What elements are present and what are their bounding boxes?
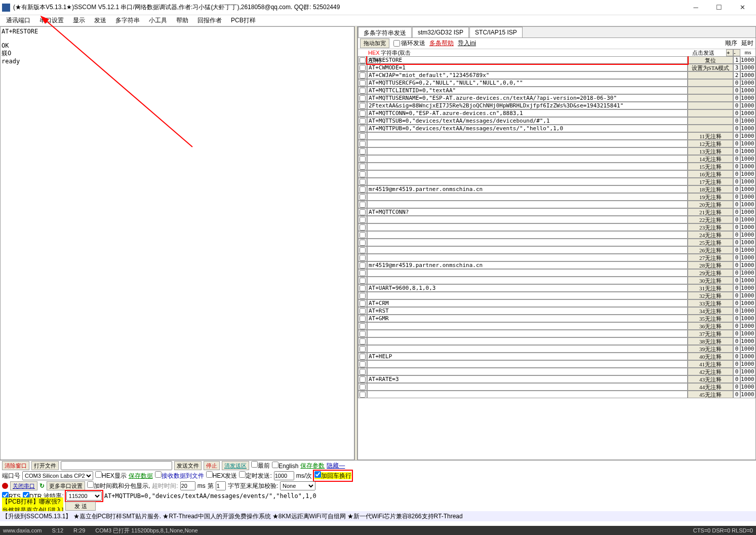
row-command-cell[interactable] bbox=[367, 239, 688, 246]
row-hex-checkbox[interactable] bbox=[360, 293, 366, 299]
row-command-cell[interactable]: mr4519@mr4519.partner.onmschina.cn bbox=[367, 185, 688, 193]
row-ms-cell[interactable]: 1000 bbox=[740, 322, 755, 330]
row-hex-checkbox[interactable] bbox=[360, 57, 366, 63]
port-select[interactable]: COM3 Silicon Labs CP210x U bbox=[22, 471, 93, 480]
row-send-button[interactable]: 复位 bbox=[688, 56, 733, 64]
menu-multistring[interactable]: 多字符串 bbox=[111, 15, 144, 26]
row-order-cell[interactable]: 0 bbox=[733, 269, 740, 277]
row-ms-cell[interactable]: 1000 bbox=[740, 201, 755, 208]
row-hex-checkbox[interactable] bbox=[360, 194, 366, 200]
row-command-cell[interactable]: AT+UART=9600,8,1,0,3 bbox=[367, 284, 688, 292]
row-order-cell[interactable]: 0 bbox=[733, 79, 740, 87]
row-hex-checkbox[interactable] bbox=[360, 300, 366, 307]
row-order-cell[interactable]: 0 bbox=[733, 299, 740, 307]
row-hex-checkbox[interactable] bbox=[360, 171, 366, 177]
menu-send[interactable]: 发送 bbox=[90, 15, 110, 26]
row-command-cell[interactable] bbox=[367, 391, 688, 398]
row-order-cell[interactable]: 0 bbox=[733, 284, 740, 292]
row-send-button[interactable]: 29无注释 bbox=[688, 269, 733, 277]
row-hex-checkbox[interactable] bbox=[360, 369, 366, 375]
row-command-cell[interactable] bbox=[367, 231, 688, 239]
row-ms-cell[interactable]: 1000 bbox=[740, 345, 755, 353]
row-ms-cell[interactable]: 1000 bbox=[740, 368, 755, 375]
row-ms-cell[interactable]: 1000 bbox=[740, 223, 755, 231]
row-ms-cell[interactable]: 1000 bbox=[740, 277, 755, 284]
row-hex-checkbox[interactable] bbox=[360, 308, 366, 314]
row-ms-cell[interactable]: 1000 bbox=[740, 109, 755, 117]
row-hex-checkbox[interactable] bbox=[360, 209, 366, 215]
row-ms-cell[interactable]: 1000 bbox=[740, 239, 755, 246]
row-order-cell[interactable]: 0 bbox=[733, 246, 740, 254]
checksum-select[interactable]: None bbox=[280, 481, 315, 490]
row-send-button[interactable]: 28无注释 bbox=[688, 261, 733, 269]
row-hex-checkbox[interactable] bbox=[360, 103, 366, 109]
row-command-cell[interactable]: AT+MQTTCONN? bbox=[367, 208, 688, 216]
row-send-button[interactable]: 38无注释 bbox=[688, 337, 733, 345]
close-button[interactable]: ✕ bbox=[731, 1, 754, 15]
row-command-cell[interactable]: AT+CWMODE=1 bbox=[367, 64, 688, 71]
row-order-cell[interactable]: 0 bbox=[733, 231, 740, 239]
row-hex-checkbox[interactable] bbox=[360, 65, 366, 71]
row-send-button[interactable]: 20无注释 bbox=[688, 201, 733, 208]
row-order-cell[interactable]: 0 bbox=[733, 163, 740, 170]
row-ms-cell[interactable]: 1000 bbox=[740, 147, 755, 155]
row-command-cell[interactable] bbox=[367, 140, 688, 147]
save-params-link[interactable]: 保存参数 bbox=[300, 462, 325, 470]
row-hex-checkbox[interactable] bbox=[360, 141, 366, 147]
menu-pcb[interactable]: PCB打样 bbox=[227, 15, 260, 26]
row-command-cell[interactable] bbox=[367, 277, 688, 284]
row-send-button[interactable] bbox=[688, 117, 733, 125]
plus-button[interactable]: + bbox=[726, 49, 733, 56]
row-send-button[interactable]: 设置为STA模式 bbox=[688, 64, 733, 71]
row-ms-cell[interactable]: 1000 bbox=[740, 170, 755, 178]
row-command-cell[interactable] bbox=[367, 170, 688, 178]
row-order-cell[interactable]: 0 bbox=[733, 216, 740, 223]
row-send-button[interactable]: 44无注释 bbox=[688, 383, 733, 391]
row-command-cell[interactable] bbox=[367, 216, 688, 223]
row-command-cell[interactable]: AT+MQTTCLIENTID=0,"textAA" bbox=[367, 87, 688, 94]
maximize-button[interactable]: ☐ bbox=[707, 1, 731, 15]
baud-select[interactable]: 115200 bbox=[66, 491, 102, 501]
row-send-button[interactable]: 16无注释 bbox=[688, 170, 733, 178]
row-hex-checkbox[interactable] bbox=[360, 255, 366, 261]
row-hex-checkbox[interactable] bbox=[360, 376, 366, 383]
row-order-cell[interactable]: 0 bbox=[733, 117, 740, 125]
row-send-button[interactable]: 33无注释 bbox=[688, 299, 733, 307]
row-hex-checkbox[interactable] bbox=[360, 88, 366, 94]
drag-widen-button[interactable]: 拖动加宽 bbox=[360, 39, 389, 48]
menu-port[interactable]: 通讯端口 bbox=[2, 15, 34, 26]
row-send-button[interactable]: 22无注释 bbox=[688, 216, 733, 223]
row-ms-cell[interactable]: 1000 bbox=[740, 155, 755, 163]
row-command-cell[interactable] bbox=[367, 201, 688, 208]
import-ini-link[interactable]: 导入ini bbox=[458, 39, 476, 48]
row-order-cell[interactable]: 0 bbox=[733, 155, 740, 163]
row-hex-checkbox[interactable] bbox=[360, 278, 366, 284]
row-ms-cell[interactable]: 1000 bbox=[740, 375, 755, 383]
row-hex-checkbox[interactable] bbox=[360, 110, 366, 117]
row-command-cell[interactable] bbox=[367, 223, 688, 231]
row-hex-checkbox[interactable] bbox=[360, 148, 366, 155]
row-send-button[interactable] bbox=[688, 87, 733, 94]
row-order-cell[interactable]: 0 bbox=[733, 375, 740, 383]
row-order-cell[interactable]: 0 bbox=[733, 277, 740, 284]
row-hex-checkbox[interactable] bbox=[360, 133, 366, 139]
row-order-cell[interactable]: 0 bbox=[733, 292, 740, 299]
row-send-button[interactable]: 18无注释 bbox=[688, 185, 733, 193]
row-ms-cell[interactable]: 1000 bbox=[740, 132, 755, 140]
tab-stc-isp[interactable]: STC/IAP15 ISP bbox=[469, 27, 523, 37]
row-ms-cell[interactable]: 1000 bbox=[740, 269, 755, 277]
row-ms-cell[interactable]: 1000 bbox=[740, 140, 755, 147]
row-command-cell[interactable] bbox=[367, 246, 688, 254]
row-send-button[interactable]: 12无注释 bbox=[688, 140, 733, 147]
row-order-cell[interactable]: 0 bbox=[733, 330, 740, 337]
row-send-button[interactable]: 43无注释 bbox=[688, 375, 733, 383]
row-send-button[interactable] bbox=[688, 125, 733, 132]
row-send-button[interactable]: 42无注释 bbox=[688, 368, 733, 375]
row-order-cell[interactable]: 0 bbox=[733, 315, 740, 322]
row-command-cell[interactable] bbox=[367, 254, 688, 261]
recv-to-file-checkbox[interactable] bbox=[155, 471, 162, 478]
row-order-cell[interactable]: 0 bbox=[733, 94, 740, 102]
row-send-button[interactable]: 25无注释 bbox=[688, 239, 733, 246]
row-ms-cell[interactable]: 1000 bbox=[740, 163, 755, 170]
top-checkbox[interactable] bbox=[251, 461, 258, 468]
